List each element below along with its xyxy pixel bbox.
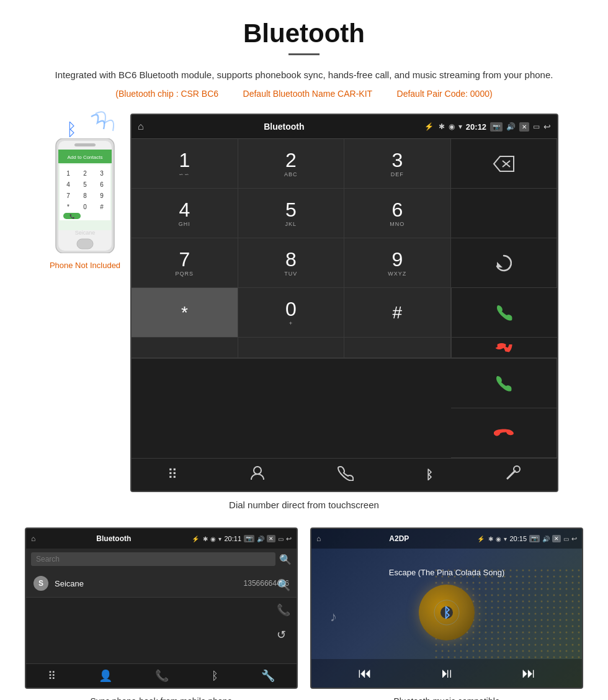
pb-wrench-icon[interactable]: 🔧 [261,669,275,683]
music-back-icon[interactable]: ↩ [571,535,577,543]
dial-key-4[interactable]: 4 GHI [132,189,238,238]
pb-bt-bottom-icon[interactable]: ᛒ [212,670,218,683]
pb-search-icon[interactable]: 🔍 [279,554,292,565]
pb-grid-icon[interactable]: ⠿ [48,669,56,683]
usb-icon: ⚡ [424,122,434,131]
page-container: Bluetooth Integrated with BC6 Bluetooth … [0,0,608,700]
dial-key-1[interactable]: 1 ∽∽ [132,139,238,189]
svg-text:2: 2 [83,170,87,177]
contact-avatar: S [34,576,48,591]
pb-usb-icon: ⚡ [192,536,199,542]
wrench-icon[interactable] [505,465,521,485]
status-icons: ✱ ◉ ▾ 20:12 📷 🔊 ✕ ▭ ↩ [439,122,551,132]
music-x-box[interactable]: ✕ [552,535,561,542]
specs-line: (Bluetooth chip : CSR BC6 Default Blueto… [25,89,583,99]
title-divider [288,53,320,55]
bottom-row: ⌂ Bluetooth ⚡ ✱ ◉ ▾ 20:11 📷 🔊 ✕ ▭ ↩ [25,527,583,700]
phone-graphic: ᛒ Add to Contacts [51,138,119,256]
empty-r5c2 [238,338,345,357]
music-disc: ᛒ [419,585,475,640]
pb-home-icon[interactable]: ⌂ [31,534,35,543]
pb-side-call-icon[interactable]: 📞 [277,603,290,617]
dial-key-hangup[interactable] [451,408,558,458]
camera-icon-box[interactable]: 📷 [490,122,503,132]
dial-key-hangup[interactable] [451,338,558,357]
dial-key-refresh[interactable] [451,238,558,288]
hangup-icon [494,338,514,357]
music-title: A2DP [324,534,473,543]
back-icon[interactable]: ↩ [543,122,551,132]
music-play-pause-icon[interactable]: ⏯ [440,665,454,681]
bluetooth-music-icon: ᛒ [433,599,460,626]
dial-key-9[interactable]: 9 WXYZ [344,238,451,288]
pb-split-icon[interactable]: ▭ [278,536,284,542]
pb-phone-icon[interactable]: 📞 [155,669,169,683]
pb-back-icon[interactable]: ↩ [286,535,292,543]
dial-key-8[interactable]: 8 TUV [238,238,345,288]
pb-loc-icon: ◉ [210,536,216,542]
pb-search-input[interactable] [31,552,275,566]
svg-text:Seicane: Seicane [75,230,96,236]
svg-text:📞: 📞 [69,213,74,219]
phone-screen-header: Add to Contacts [68,155,103,160]
dialpad-grid: 1 ∽∽ 2 ABC 3 DEF 4 GHI [132,138,557,357]
close-icon-box[interactable]: ✕ [519,122,529,132]
dial-key-5[interactable]: 5 JKL [238,189,345,238]
music-status-icons: ✱ ◉ ▾ 20:15 📷 🔊 ✕ ▭ ↩ [488,535,577,543]
music-note-icon: ♪ [330,609,337,625]
split-icon[interactable]: ▭ [533,122,540,131]
dial-key-star[interactable]: * [132,288,238,338]
pb-sig-icon: ▾ [218,536,221,542]
contacts-icon[interactable] [249,465,266,485]
pb-person-icon[interactable]: 👤 [99,669,112,683]
music-home-icon[interactable]: ⌂ [316,534,321,543]
pb-x-box[interactable]: ✕ [267,535,275,542]
call-icon [494,374,514,393]
empty-r5c3 [344,338,451,357]
dial-key-backspace[interactable] [451,139,558,189]
music-next-icon[interactable]: ⏭ [522,665,535,681]
music-loc-icon: ◉ [496,536,501,542]
volume-icon[interactable]: 🔊 [506,122,516,131]
pb-bottom-bar: ⠿ 👤 📞 ᛒ 🔧 [26,663,297,688]
pb-side-refresh-icon[interactable]: ↺ [277,628,290,642]
music-split-icon[interactable]: ▭ [563,536,569,542]
music-screen-inner: ⌂ A2DP ⚡ ✱ ◉ ▾ 20:15 📷 🔊 ✕ ▭ ↩ [311,529,582,688]
music-prev-icon[interactable]: ⏮ [358,665,372,681]
music-screen-container: ⌂ A2DP ⚡ ✱ ◉ ▾ 20:15 📷 🔊 ✕ ▭ ↩ [310,527,583,689]
bluetooth-symbol-icon: ᛒ [66,120,77,139]
pb-cam-box[interactable]: 📷 [244,535,254,542]
dial-key-7[interactable]: 7 PQRS [132,238,238,288]
hangup-icon [494,423,514,443]
music-controls: ⏮ ⏯ ⏭ [311,659,582,688]
svg-rect-21 [77,239,93,249]
dial-key-2[interactable]: 2 ABC [238,139,345,189]
bluetooth-icon[interactable]: ᛒ [426,468,433,482]
bottom-item-phonebook: ⌂ Bluetooth ⚡ ✱ ◉ ▾ 20:11 📷 🔊 ✕ ▭ ↩ [25,527,298,700]
contact-letter: S [38,579,43,588]
pb-contact-row[interactable]: S Seicane 13566664466 [26,570,297,598]
music-vol-icon[interactable]: 🔊 [542,536,550,542]
svg-text:7: 7 [66,192,70,199]
phone-icon[interactable] [338,465,354,485]
dial-key-hash[interactable]: # [344,288,451,338]
music-song-title: Escape (The Pina Colada Song) [389,568,504,577]
music-caption-line1: Bluetooth music compatible [393,696,499,700]
music-cam-box[interactable]: 📷 [529,535,540,542]
pb-side-search-icon[interactable]: 🔍 [277,578,290,592]
status-time: 20:12 [466,122,486,132]
dialpad-icon[interactable]: ⠿ [168,467,177,483]
action-row [132,358,557,458]
home-icon[interactable]: ⌂ [138,121,144,132]
dial-key-3[interactable]: 3 DEF [344,139,451,189]
pb-status-icons: ✱ ◉ ▾ 20:11 📷 🔊 ✕ ▭ ↩ [203,535,292,543]
dial-key-0[interactable]: 0 + [238,288,345,338]
pb-vol-icon[interactable]: 🔊 [257,536,264,542]
dial-key-call[interactable] [451,288,558,338]
dial-key-6[interactable]: 6 MNO [344,189,451,238]
phone-call-icon [338,465,354,481]
dial-key-call[interactable] [451,359,558,408]
person-icon [249,465,266,481]
pb-search-bar: 🔍 [26,549,297,570]
music-time: 20:15 [509,535,527,542]
